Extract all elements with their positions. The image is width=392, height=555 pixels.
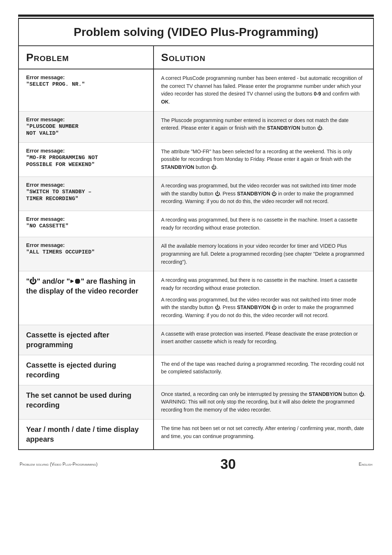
solution-text: The Pluscode programming number entered … xyxy=(161,117,366,132)
problem-cell-no-cassette: Error message:"NO CASSETTE" xyxy=(19,211,154,237)
solution-text: A cassette with erase protection was ins… xyxy=(161,330,366,346)
solution-cell-year-month-date: The time has not been set or not set cor… xyxy=(154,419,373,450)
solution-cell-switch-to-standby: A recording was programmed, but the vide… xyxy=(154,177,373,211)
problem-cell-mo-fr-programming: Error message:"MO-FR PROGRAMMING NOTPOSS… xyxy=(19,142,154,177)
problem-cell-cassette-ejected-during: Cassette is ejected during recording xyxy=(19,355,154,385)
error-label: Error message: xyxy=(26,216,146,222)
solution-text: A recording was programmed, but the vide… xyxy=(161,182,366,206)
error-code: "PLUSCODE NUMBERNOT VALID" xyxy=(26,123,146,137)
error-code: "ALL TIMERS OCCUPIED" xyxy=(26,249,146,256)
table-row: Error message:"NO CASSETTE"A recording w… xyxy=(19,211,373,237)
table-row: Cassette is ejected during recordingThe … xyxy=(19,355,373,385)
table-row: The set cannot be used during recordingO… xyxy=(19,385,373,419)
table-row: Error message:"ALL TIMERS OCCUPIED"All t… xyxy=(19,237,373,271)
table-row: Cassette is ejected after programmingA c… xyxy=(19,325,373,355)
solution-cell-pluscode-number: The Pluscode programming number entered … xyxy=(154,111,373,142)
table-row: "⏻" and/or "▶⏺" are flashing in the disp… xyxy=(19,271,373,325)
solution-cell-all-timers-occupied: All the available memory locations in yo… xyxy=(154,237,373,271)
problem-text: Cassette is ejected after programming xyxy=(26,331,109,349)
solution-cell-no-cassette: A recording was programmed, but there is… xyxy=(154,211,373,237)
solution-text: The end of the tape was reached during a… xyxy=(161,360,366,376)
problem-text: "⏻" and/or "▶⏺" are flashing in the disp… xyxy=(26,277,138,295)
footer: Problem solving (Video Plus-Programming)… xyxy=(18,457,374,472)
solution-text: The attribute "MO-FR" has been selected … xyxy=(161,148,366,171)
error-code: "SWITCH TO STANDBY –TIMER RECORDING" xyxy=(26,189,146,203)
solution-cell-flashing-display: A recording was programmed, but there is… xyxy=(154,271,373,325)
problem-text: Year / month / date / time display appea… xyxy=(26,425,139,443)
error-label: Error message: xyxy=(26,242,146,248)
problem-cell-year-month-date: Year / month / date / time display appea… xyxy=(19,419,154,450)
solution-cell-mo-fr-programming: The attribute "MO-FR" has been selected … xyxy=(154,142,373,177)
solution-text: All the available memory locations in yo… xyxy=(161,242,366,266)
page-title: Problem solving (VIDEO Plus-Programming) xyxy=(18,19,374,46)
footer-left: Problem solving (Video Plus-Programming) xyxy=(20,462,98,467)
problem-cell-select-prog: Error message:"SELECT PROG. NR." xyxy=(19,69,154,111)
table-row: Error message:"SWITCH TO STANDBY –TIMER … xyxy=(19,177,373,211)
solution-text: A recording was programmed, but there is… xyxy=(161,216,366,232)
footer-right: English xyxy=(359,462,372,467)
header-solution: Solution xyxy=(154,46,373,69)
error-code: "MO-FR PROGRAMMING NOTPOSSIBLE FOR WEEKE… xyxy=(26,154,146,169)
solution-text: The time has not been set or not set cor… xyxy=(161,425,366,440)
error-label: Error message: xyxy=(26,182,146,188)
footer-page: 30 xyxy=(220,457,236,472)
solution-text: A correct PlusCode programming number ha… xyxy=(161,74,366,106)
problem-cell-pluscode-number: Error message:"PLUSCODE NUMBERNOT VALID" xyxy=(19,111,154,142)
problem-text: Cassette is ejected during recording xyxy=(26,361,116,379)
table-row: Year / month / date / time display appea… xyxy=(19,419,373,450)
problem-cell-set-cannot-be-used: The set cannot be used during recording xyxy=(19,385,154,419)
error-label: Error message: xyxy=(26,117,146,122)
table-row: Error message:"MO-FR PROGRAMMING NOTPOSS… xyxy=(19,142,373,177)
error-label: Error message: xyxy=(26,148,146,154)
table-row: Error message:"SELECT PROG. NR."A correc… xyxy=(19,69,373,111)
header-problem: Problem xyxy=(19,46,154,69)
main-table: Problem Solution Error message:"SELECT P… xyxy=(18,46,374,450)
top-border xyxy=(18,15,374,19)
problem-cell-flashing-display: "⏻" and/or "▶⏺" are flashing in the disp… xyxy=(19,271,154,325)
solution-text: Once started, a recording can only be in… xyxy=(161,390,366,414)
problem-cell-cassette-ejected-after: Cassette is ejected after programming xyxy=(19,325,154,355)
problem-cell-all-timers-occupied: Error message:"ALL TIMERS OCCUPIED" xyxy=(19,237,154,271)
problem-text: The set cannot be used during recording xyxy=(26,391,131,409)
error-label: Error message: xyxy=(26,74,146,80)
problem-cell-switch-to-standby: Error message:"SWITCH TO STANDBY –TIMER … xyxy=(19,177,154,211)
error-code: "SELECT PROG. NR." xyxy=(26,81,146,88)
solution-text: A recording was programmed, but there is… xyxy=(161,276,366,292)
solution-text: A recording was programmed, but the vide… xyxy=(161,296,366,320)
table-header: Problem Solution xyxy=(19,46,373,69)
error-code: "NO CASSETTE" xyxy=(26,223,146,230)
solution-cell-cassette-ejected-during: The end of the tape was reached during a… xyxy=(154,355,373,385)
solution-cell-set-cannot-be-used: Once started, a recording can only be in… xyxy=(154,385,373,419)
solution-cell-cassette-ejected-after: A cassette with erase protection was ins… xyxy=(154,325,373,355)
solution-cell-select-prog: A correct PlusCode programming number ha… xyxy=(154,69,373,111)
table-row: Error message:"PLUSCODE NUMBERNOT VALID"… xyxy=(19,111,373,142)
